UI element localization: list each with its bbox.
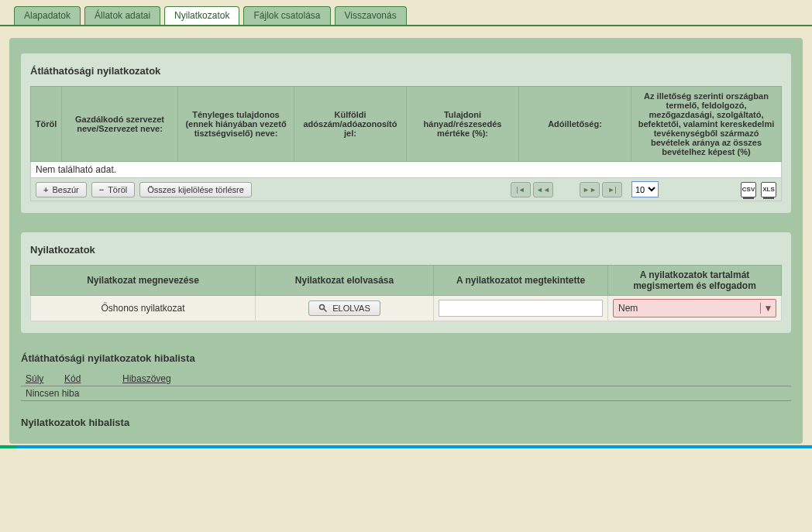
errors1-title: Átláthatósági nyilatkozatok hibalista bbox=[21, 352, 791, 364]
export-xls-icon[interactable]: XLS bbox=[761, 182, 776, 197]
accept-value: Nem bbox=[614, 303, 760, 314]
tabs-bar: Alapadatok Állatok adatai Nyilatkozatok … bbox=[0, 0, 812, 26]
errors1-table: Súly Kód Hibaszöveg Nincsen hiba bbox=[21, 372, 791, 401]
delete-button[interactable]: − Töröl bbox=[91, 182, 136, 197]
viewed-input[interactable] bbox=[439, 300, 603, 317]
progress-strip bbox=[0, 445, 812, 448]
tab-allatok-adatai[interactable]: Állatok adatai bbox=[84, 6, 160, 25]
pager-next[interactable]: ►► bbox=[580, 182, 600, 197]
decl-name-cell: Őshonos nyilatkozat bbox=[31, 296, 256, 321]
read-label: ELOLVAS bbox=[332, 304, 370, 313]
col-adoilletes: Adóilletőség: bbox=[519, 87, 631, 162]
select-all-delete-button[interactable]: Összes kijelölése törlésre bbox=[139, 182, 252, 197]
declarations-title: Nyilatkozatok bbox=[30, 244, 782, 256]
pager-last[interactable]: ►| bbox=[602, 182, 622, 197]
transparency-grid: Töröl Gazdálkodó szervezet neve/Szerveze… bbox=[30, 86, 782, 162]
tab-fajlok-csatolasa[interactable]: Fájlok csatolása bbox=[243, 6, 330, 25]
col-megtekintette: A nyilatkozatot megtekintette bbox=[434, 266, 608, 296]
tab-alapadatok[interactable]: Alapadatok bbox=[14, 6, 81, 25]
col-hiba: Hibaszöveg bbox=[118, 372, 791, 386]
col-kod: Kód bbox=[60, 372, 118, 386]
col-tulajdonos: Tényleges tulajdonos (ennek hiányában ve… bbox=[178, 87, 294, 162]
declarations-grid: Nyilatkozat megnevezése Nyilatkozat elol… bbox=[30, 265, 782, 321]
col-bevetelek: Az illetőség szerinti országban termelő,… bbox=[631, 87, 782, 162]
grid-toolbar: + Beszúr − Töröl Összes kijelölése törlé… bbox=[30, 178, 782, 201]
search-icon bbox=[318, 304, 328, 313]
delete-label: Töröl bbox=[108, 185, 127, 194]
col-megnevezes: Nyilatkozat megnevezése bbox=[31, 266, 256, 296]
col-suly: Súly bbox=[21, 372, 60, 386]
accept-combo[interactable]: Nem ▼ bbox=[613, 299, 776, 317]
declarations-panel: Nyilatkozatok Nyilatkozat megnevezése Ny… bbox=[21, 232, 791, 333]
no-error-cell: Nincsen hiba bbox=[21, 386, 791, 401]
svg-line-1 bbox=[324, 309, 327, 312]
transparency-panel: Átláthatósági nyilatkozatok Töröl Gazdál… bbox=[21, 53, 791, 213]
select-all-label: Összes kijelölése törlésre bbox=[147, 185, 244, 194]
pager-first[interactable]: |◄ bbox=[511, 182, 531, 197]
col-adoszam: Külföldi adószám/adóazonosító jel: bbox=[294, 87, 407, 162]
pager-prev[interactable]: ◄◄ bbox=[533, 182, 553, 197]
minus-icon: − bbox=[99, 185, 104, 194]
col-torol: Töröl bbox=[31, 87, 62, 162]
col-elfogadom: A nyilatkozatok tartalmát megismertem és… bbox=[608, 266, 782, 296]
tab-nyilatkozatok[interactable]: Nyilatkozatok bbox=[164, 6, 239, 25]
table-row: Nincsen hiba bbox=[21, 386, 791, 401]
export-csv-icon[interactable]: CSV bbox=[741, 182, 756, 197]
chevron-down-icon: ▼ bbox=[760, 303, 776, 314]
insert-button[interactable]: + Beszúr bbox=[36, 182, 87, 197]
read-button[interactable]: ELOLVAS bbox=[308, 300, 380, 316]
content-area: Átláthatósági nyilatkozatok Töröl Gazdál… bbox=[9, 38, 803, 444]
plus-icon: + bbox=[43, 185, 48, 194]
transparency-title: Átláthatósági nyilatkozatok bbox=[30, 65, 782, 77]
page-size-select[interactable]: 10 bbox=[631, 181, 659, 197]
nodata-message: Nem található adat. bbox=[30, 162, 782, 178]
pager: |◄ ◄◄ ►► ►| 10 bbox=[511, 181, 659, 197]
tab-visszavonas[interactable]: Visszavonás bbox=[335, 6, 407, 25]
col-szervezet: Gazdálkodó szervezet neve/Szervezet neve… bbox=[62, 87, 178, 162]
col-hanyad: Tulajdoni hányad/részesedés mértéke (%): bbox=[407, 87, 519, 162]
svg-point-0 bbox=[320, 305, 325, 310]
errors2-title: Nyilatkozatok hibalista bbox=[21, 417, 791, 428]
table-row: Őshonos nyilatkozat ELOLVAS bbox=[31, 296, 782, 321]
col-elolvasasa: Nyilatkozat elolvasása bbox=[256, 266, 434, 296]
insert-label: Beszúr bbox=[52, 185, 78, 194]
